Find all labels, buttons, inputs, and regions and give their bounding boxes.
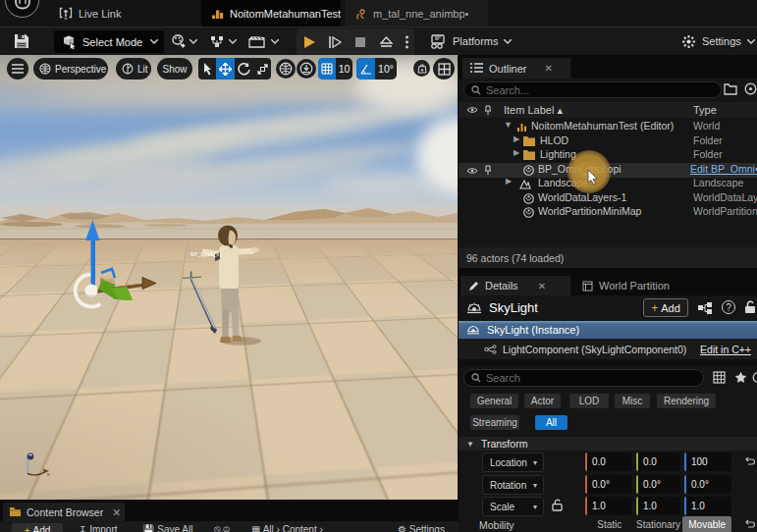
svg-text:BP_Omni_m: BP_Omni_m: [190, 251, 222, 257]
svg-text:x: x: [47, 471, 50, 477]
